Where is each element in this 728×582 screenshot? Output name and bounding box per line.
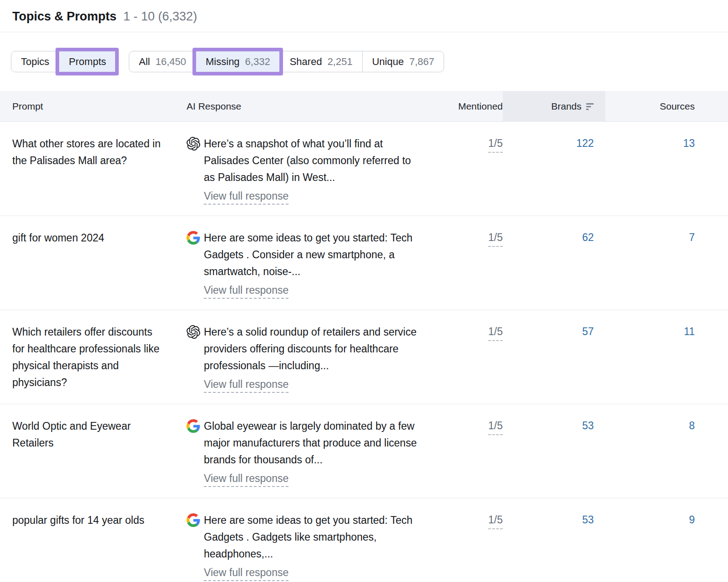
mentioned-value[interactable]: 1/5 bbox=[488, 230, 503, 247]
column-header-brands[interactable]: Brands bbox=[503, 91, 605, 122]
sources-count-link[interactable]: 13 bbox=[683, 137, 695, 149]
brands-cell: 53 bbox=[503, 512, 605, 527]
view-full-response-link[interactable]: View full response bbox=[204, 283, 288, 299]
mentioned-value[interactable]: 1/5 bbox=[488, 135, 503, 153]
sources-count-link[interactable]: 7 bbox=[689, 231, 695, 243]
filter-all[interactable]: All 16,450 bbox=[129, 51, 196, 72]
filter-shared[interactable]: Shared 2,251 bbox=[280, 51, 362, 72]
mentioned-cell: 1/5 bbox=[425, 418, 503, 435]
google-icon bbox=[187, 513, 200, 527]
ai-response-text: Here’s a solid roundup of retailers and … bbox=[204, 324, 421, 374]
filter-shared-label: Shared bbox=[290, 56, 322, 68]
view-full-response-link[interactable]: View full response bbox=[204, 377, 288, 393]
brands-cell: 122 bbox=[503, 135, 605, 151]
column-header-ai-response: AI Response bbox=[187, 91, 425, 122]
filter-bar: Topics Prompts All 16,450 Missing 6,332 bbox=[11, 51, 728, 72]
sources-cell: 7 bbox=[605, 230, 718, 245]
openai-icon bbox=[187, 325, 200, 339]
prompts-table: Prompt AI Response Mentioned Brands Sour… bbox=[0, 91, 728, 582]
tab-prompts[interactable]: Prompts bbox=[59, 51, 116, 72]
view-full-response-link[interactable]: View full response bbox=[204, 189, 288, 205]
sources-cell: 9 bbox=[605, 512, 718, 527]
mentioned-cell: 1/5 bbox=[425, 324, 503, 341]
page-range: 1 - 10 (6,332) bbox=[123, 7, 197, 25]
column-header-sources: Sources bbox=[605, 91, 718, 122]
table-header-row: Prompt AI Response Mentioned Brands Sour… bbox=[0, 91, 728, 122]
mentioned-cell: 1/5 bbox=[425, 230, 503, 247]
table-row: Which retailers offer discounts for heal… bbox=[0, 310, 728, 404]
mentioned-cell: 1/5 bbox=[425, 135, 503, 153]
ai-response-cell: Here are some ideas to get you started: … bbox=[187, 512, 425, 581]
panel-title-bar: Topics & Prompts 1 - 10 (6,332) bbox=[0, 0, 728, 32]
table-row: What other stores are located in the Pal… bbox=[0, 122, 728, 216]
sources-count-link[interactable]: 8 bbox=[689, 420, 695, 431]
google-icon bbox=[187, 231, 200, 245]
column-header-prompt: Prompt bbox=[12, 91, 187, 122]
tab-prompts-label: Prompts bbox=[69, 56, 106, 68]
filter-unique[interactable]: Unique 7,867 bbox=[362, 51, 444, 72]
topics-prompts-panel: Topics & Prompts 1 - 10 (6,332) Topics P… bbox=[0, 0, 728, 582]
brands-count-link[interactable]: 57 bbox=[582, 326, 594, 337]
table-row: gift for women 2024 Here are some ideas … bbox=[0, 216, 728, 310]
ai-response-text: Global eyewear is largely dominated by a… bbox=[204, 418, 421, 468]
view-full-response-link[interactable]: View full response bbox=[204, 566, 288, 581]
brands-count-link[interactable]: 62 bbox=[582, 231, 594, 243]
ai-response-cell: Global eyewear is largely dominated by a… bbox=[187, 418, 425, 487]
prompt-text: popular gifts for 14 year olds bbox=[12, 512, 187, 529]
prompt-text: gift for women 2024 bbox=[12, 230, 187, 246]
mentioned-value[interactable]: 1/5 bbox=[488, 512, 503, 529]
prompt-text: Which retailers offer discounts for heal… bbox=[12, 324, 187, 391]
mentioned-value[interactable]: 1/5 bbox=[488, 418, 503, 435]
sources-cell: 13 bbox=[605, 135, 718, 151]
ai-response-cell: Here’s a solid roundup of retailers and … bbox=[187, 324, 425, 393]
filter-all-count: 16,450 bbox=[156, 56, 186, 68]
view-full-response-link[interactable]: View full response bbox=[204, 472, 288, 487]
column-header-brands-label: Brands bbox=[551, 101, 581, 112]
google-icon bbox=[187, 419, 200, 433]
view-toggle: Topics Prompts bbox=[11, 51, 116, 72]
tab-topics-label: Topics bbox=[21, 56, 49, 68]
filter-unique-label: Unique bbox=[372, 56, 404, 68]
mentioned-value[interactable]: 1/5 bbox=[488, 324, 503, 341]
brands-count-link[interactable]: 122 bbox=[576, 137, 594, 149]
mentioned-cell: 1/5 bbox=[425, 512, 503, 529]
tab-topics[interactable]: Topics bbox=[11, 51, 59, 72]
prompt-text: What other stores are located in the Pal… bbox=[12, 135, 187, 169]
ai-response-cell: Here’s a snapshot of what you’ll find at… bbox=[187, 135, 425, 205]
sort-descending-icon bbox=[586, 103, 594, 110]
brands-count-link[interactable]: 53 bbox=[582, 420, 594, 431]
sources-count-link[interactable]: 9 bbox=[689, 514, 695, 526]
brands-cell: 57 bbox=[503, 324, 605, 339]
column-header-mentioned: Mentioned bbox=[425, 91, 503, 122]
openai-icon bbox=[187, 137, 200, 151]
sources-cell: 11 bbox=[605, 324, 718, 339]
prompt-text: World Optic and Eyewear Retailers bbox=[12, 418, 187, 452]
metric-filter: All 16,450 Missing 6,332 Shared 2,251 Un… bbox=[129, 51, 444, 72]
brands-cell: 53 bbox=[503, 418, 605, 433]
brands-count-link[interactable]: 53 bbox=[582, 514, 594, 526]
ai-response-cell: Here are some ideas to get you started: … bbox=[187, 230, 425, 299]
filter-unique-count: 7,867 bbox=[409, 56, 434, 68]
ai-response-text: Here are some ideas to get you started: … bbox=[204, 512, 421, 562]
filter-shared-count: 2,251 bbox=[328, 56, 353, 68]
ai-response-text: Here’s a snapshot of what you’ll find at… bbox=[204, 135, 421, 186]
table-row: World Optic and Eyewear Retailers Global… bbox=[0, 404, 728, 498]
filter-all-label: All bbox=[139, 56, 150, 68]
page-title: Topics & Prompts bbox=[12, 7, 116, 25]
sources-cell: 8 bbox=[605, 418, 718, 433]
brands-cell: 62 bbox=[503, 230, 605, 245]
table-row: popular gifts for 14 year olds Here are … bbox=[0, 498, 728, 582]
filter-missing-label: Missing bbox=[206, 56, 240, 68]
sources-count-link[interactable]: 11 bbox=[684, 326, 695, 337]
filter-missing-count: 6,332 bbox=[245, 56, 270, 68]
filter-missing[interactable]: Missing 6,332 bbox=[196, 51, 280, 72]
ai-response-text: Here are some ideas to get you started: … bbox=[204, 230, 421, 280]
